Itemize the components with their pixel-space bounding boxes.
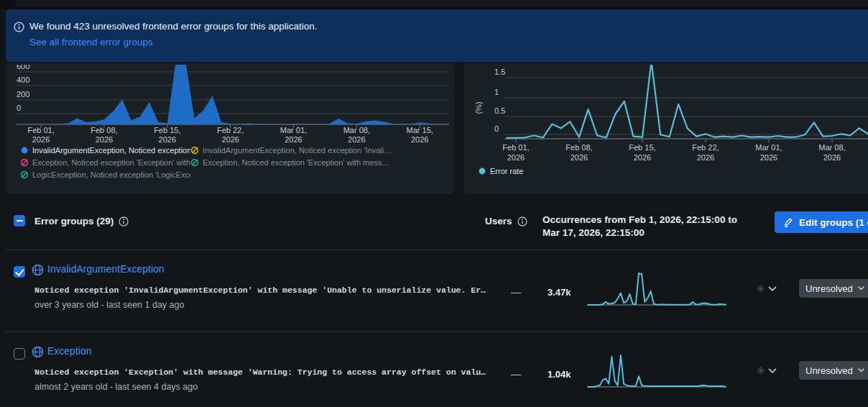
svg-text:2026: 2026 xyxy=(348,135,365,144)
svg-text:Mar 08,: Mar 08, xyxy=(818,143,845,152)
error-message: Noticed exception 'InvalidArgumentExcept… xyxy=(34,285,486,295)
legend-item[interactable]: Error rate xyxy=(478,167,523,175)
error-age: over 3 years old - last seen 1 day ago xyxy=(34,300,184,310)
svg-text:0: 0 xyxy=(17,104,21,112)
svg-text:Mar 15,: Mar 15, xyxy=(407,126,433,134)
svg-text:2026: 2026 xyxy=(411,135,428,144)
svg-text:Feb 15,: Feb 15, xyxy=(154,126,180,134)
svg-text:Feb 22,: Feb 22, xyxy=(692,143,719,152)
svg-text:2026: 2026 xyxy=(285,135,302,144)
legend-item-label: Exception, Noticed exception 'Exception'… xyxy=(203,158,389,167)
svg-text:1: 1 xyxy=(494,88,499,96)
svg-text:Feb 08,: Feb 08, xyxy=(91,126,117,134)
svg-text:Feb 15,: Feb 15, xyxy=(629,143,655,152)
occurrences-chart-panel: 6004002000Feb 01,2026Feb 08,2026Feb 15,2… xyxy=(6,63,454,194)
error-message: Noticed exception 'Exception' with messa… xyxy=(34,367,486,377)
users-column-header: Users xyxy=(485,216,527,227)
globe-icon xyxy=(32,264,44,276)
select-all-checkbox[interactable] xyxy=(14,215,25,227)
row-checkbox[interactable] xyxy=(14,266,25,278)
status-label: Unresolved xyxy=(805,283,853,294)
legend-item-label: LogicException, Noticed exception 'Logic… xyxy=(32,170,190,179)
error-group-row: Exception Noticed exception 'Exception' … xyxy=(0,332,868,407)
edit-groups-button-label: Edit groups (1 o xyxy=(799,217,868,228)
occurrences-chart-legend: InvalidArgumentException, Noticed except… xyxy=(20,146,428,179)
banner-link[interactable]: See all frontend error groups xyxy=(29,37,153,47)
svg-text:0.5: 0.5 xyxy=(494,106,505,115)
legend-item[interactable]: InvalidArgumentException, Noticed except… xyxy=(190,146,428,155)
svg-text:2026: 2026 xyxy=(760,153,777,162)
svg-text:1.5: 1.5 xyxy=(494,68,505,76)
users-value: — xyxy=(511,368,521,380)
banner-message: We found 423 unresolved frontend error g… xyxy=(29,21,318,32)
occurrences-sparkline xyxy=(586,267,727,307)
svg-text:2026: 2026 xyxy=(697,153,714,162)
error-groups-header: Error groups (29) xyxy=(34,216,129,227)
error-rate-legend: Error rate xyxy=(478,167,523,175)
occurrences-area-chart[interactable]: 6004002000Feb 01,2026Feb 08,2026Feb 15,2… xyxy=(6,65,454,145)
status-label: Unresolved xyxy=(805,365,853,376)
unresolved-errors-banner: We found 423 unresolved frontend error g… xyxy=(6,9,868,62)
error-rate-line-chart[interactable]: 1.510.50Feb 01,2026Feb 08,2026Feb 15,202… xyxy=(464,65,868,165)
legend-item-label: InvalidArgumentException, Noticed except… xyxy=(32,146,190,155)
svg-text:600: 600 xyxy=(17,65,29,70)
legend-item-label: Error rate xyxy=(490,167,523,175)
legend-item[interactable]: Exception, Noticed exception 'Exception'… xyxy=(190,158,428,167)
row-checkbox[interactable] xyxy=(14,348,25,360)
svg-text:2026: 2026 xyxy=(571,153,588,162)
top-strip-panel-edge xyxy=(16,0,868,7)
globe-icon xyxy=(32,346,44,358)
svg-text:400: 400 xyxy=(17,76,29,84)
info-icon xyxy=(14,22,24,32)
error-group-link[interactable]: InvalidArgumentException xyxy=(47,263,165,275)
svg-text:2026: 2026 xyxy=(221,135,239,144)
chevron-down-icon xyxy=(858,286,864,291)
svg-text:2026: 2026 xyxy=(823,153,841,162)
legend-item-label: Exception, Noticed exception 'Exception'… xyxy=(32,158,190,167)
legend-item[interactable]: LogicException, Noticed exception 'Logic… xyxy=(20,170,190,179)
svg-text:Feb 08,: Feb 08, xyxy=(565,143,592,152)
svg-text:0: 0 xyxy=(494,124,499,133)
svg-text:2026: 2026 xyxy=(96,135,113,144)
svg-text:Feb 22,: Feb 22, xyxy=(217,126,244,134)
occurrences-value: 3.47k xyxy=(548,287,571,298)
users-info-icon[interactable] xyxy=(517,216,527,227)
expand-row-chevron-icon[interactable] xyxy=(768,286,777,292)
users-header-label: Users xyxy=(485,216,512,227)
edit-groups-button[interactable]: Edit groups (1 o xyxy=(775,211,868,233)
error-group-row: InvalidArgumentException Noticed excepti… xyxy=(0,250,868,331)
legend-item[interactable]: Exception, Noticed exception 'Exception'… xyxy=(20,158,190,167)
legend-item-label: InvalidArgumentException, Noticed except… xyxy=(203,146,392,155)
svg-text:Feb 01,: Feb 01, xyxy=(27,126,54,134)
svg-text:2026: 2026 xyxy=(507,153,525,162)
svg-text:200: 200 xyxy=(17,90,29,99)
pencil-icon xyxy=(784,217,793,227)
occurrences-value: 1.04k xyxy=(548,369,571,380)
error-groups-title: Error groups (29) xyxy=(34,216,114,227)
occurrences-column-header: Occurrences from Feb 1, 2026, 22:15:00 t… xyxy=(542,214,738,239)
legend-item[interactable]: InvalidArgumentException, Noticed except… xyxy=(20,146,190,155)
status-dropdown[interactable]: Unresolved xyxy=(799,279,868,298)
error-groups-info-icon[interactable] xyxy=(119,216,129,227)
svg-text:Mar 01,: Mar 01, xyxy=(280,126,307,134)
svg-text:Mar 01,: Mar 01, xyxy=(755,143,782,152)
svg-text:2026: 2026 xyxy=(32,135,50,144)
occurrences-sparkline xyxy=(586,349,727,389)
svg-text:Mar 08,: Mar 08, xyxy=(343,126,370,134)
svg-text:Feb 01,: Feb 01, xyxy=(502,143,529,152)
svg-text:(%): (%) xyxy=(474,101,483,114)
error-age: almost 2 years old - last seen 4 days ag… xyxy=(34,382,198,392)
status-dropdown[interactable]: Unresolved xyxy=(799,361,868,380)
impact-diamond-icon xyxy=(755,365,766,376)
error-group-link[interactable]: Exception xyxy=(47,345,91,357)
chevron-down-icon xyxy=(858,368,864,372)
svg-text:2026: 2026 xyxy=(159,135,176,144)
error-rate-chart-panel: 1.510.50Feb 01,2026Feb 08,2026Feb 15,202… xyxy=(464,63,868,194)
users-value: — xyxy=(511,286,521,298)
impact-diamond-icon xyxy=(755,283,766,294)
top-strip xyxy=(0,0,868,9)
svg-text:2026: 2026 xyxy=(634,153,651,162)
expand-row-chevron-icon[interactable] xyxy=(768,368,777,374)
